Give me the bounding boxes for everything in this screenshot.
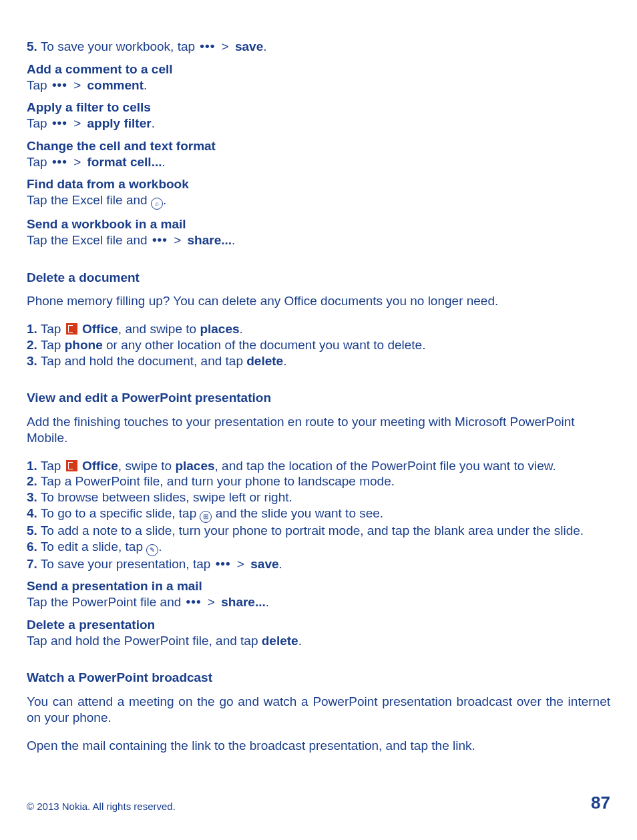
heading-delete-ppt: Delete a presentation [27,617,610,633]
step-ppt-6: 6. To edit a slide, tap ✎. [27,539,610,556]
office-icon [66,323,77,335]
text: or any other location of the document yo… [103,338,426,352]
text: . [232,233,235,247]
slides-icon: ⊞ [200,511,212,523]
separator: > [69,78,87,92]
section-delete-document: Delete a document [27,270,610,286]
menu-item: format cell... [87,155,162,169]
step-ppt-7: 7. To save your presentation, tap ••• > … [27,556,610,572]
step-delete-3: 3. Tap and hold the document, and tap de… [27,353,610,369]
section-watch-broadcast: Watch a PowerPoint broadcast [27,670,610,686]
menu-item: share... [188,233,232,247]
text: and the slide you want to see. [212,506,383,520]
text: Tap the PowerPoint file and [27,595,185,609]
text: . [240,322,243,336]
copyright-text: © 2013 Nokia. All rights reserved. [27,801,176,813]
more-dots-icon: ••• [151,232,169,248]
step-number: 6. [27,540,37,554]
text: To add a note to a slide, turn your phon… [37,523,584,538]
heading-apply-filter: Apply a filter to cells [27,99,610,116]
separator: > [69,155,87,169]
text: , and swipe to [118,322,200,336]
heading-find-data: Find data from a workbook [27,176,610,192]
more-dots-icon: ••• [51,115,69,131]
more-dots-icon: ••• [214,556,232,572]
more-dots-icon: ••• [198,38,216,54]
text: To save your workbook, tap [37,39,199,53]
menu-item: delete [246,354,283,368]
step-number: 7. [27,557,37,571]
step-delete-1: 1. Tap Office, and swipe to places. [27,321,610,337]
text: Tap [37,459,65,473]
menu-item: share... [221,595,266,609]
text: . [279,557,282,571]
text: . [158,540,162,554]
step-ppt-3: 3. To browse between slides, swipe left … [27,489,610,505]
separator: > [203,595,222,609]
text: To browse between slides, swipe left or … [37,490,292,504]
text: . [162,155,165,169]
separator: > [169,233,188,247]
menu-item: places [175,459,214,473]
menu-item: save [235,39,263,53]
text: . [283,354,286,368]
menu-item: save [250,557,278,571]
text: Tap and hold the document, and tap [37,354,246,368]
instruction-send-workbook: Tap the Excel file and ••• > share.... [27,232,610,248]
text: , swipe to [118,459,176,473]
text: Tap the Excel file and [27,233,151,247]
app-name: Office [82,322,118,336]
section-view-edit-ppt: View and edit a PowerPoint presentation [27,390,610,406]
office-icon [66,460,77,471]
text: Tap [27,116,51,130]
text: Tap [27,78,51,92]
menu-item: phone [65,338,103,352]
text: To go to a specific slide, tap [37,506,200,520]
heading-add-comment: Add a comment to a cell [27,61,610,77]
instruction-format-cell: Tap ••• > format cell.... [27,154,610,170]
step-save-workbook: 5. To save your workbook, tap ••• > save… [27,39,610,55]
text: . [263,39,266,53]
instruction-send-ppt: Tap the PowerPoint file and ••• > share.… [27,594,610,610]
intro-delete-document: Phone memory filling up? You can delete … [27,293,610,309]
text: Tap [37,338,65,352]
text: . [298,634,302,648]
broadcast-p2: Open the mail containing the link to the… [27,738,610,754]
page-content: 5. To save your workbook, tap ••• > save… [0,0,637,753]
step-ppt-4: 4. To go to a specific slide, tap ⊞ and … [27,505,610,523]
menu-item: comment [87,78,144,92]
step-number: 1. [27,322,37,336]
more-dots-icon: ••• [51,154,69,170]
text: Tap a PowerPoint file, and turn your pho… [37,474,395,488]
step-number: 2. [27,338,37,352]
intro-view-edit-ppt: Add the finishing touches to your presen… [27,414,610,446]
edit-icon: ✎ [146,544,158,556]
step-number: 3. [27,490,37,504]
step-number: 1. [27,459,37,473]
text: Tap [37,322,65,336]
heading-format-cell: Change the cell and text format [27,138,610,154]
instruction-add-comment: Tap ••• > comment. [27,77,610,93]
page-footer: © 2013 Nokia. All rights reserved. 87 [27,792,610,814]
menu-item: places [200,322,239,336]
text: . [266,595,269,609]
step-ppt-1: 1. Tap Office, swipe to places, and tap … [27,458,610,474]
instruction-apply-filter: Tap ••• > apply filter. [27,116,610,132]
step-ppt-2: 2. Tap a PowerPoint file, and turn your … [27,473,610,489]
more-dots-icon: ••• [185,594,203,610]
text: Tap [27,155,51,169]
step-delete-2: 2. Tap phone or any other location of th… [27,337,610,353]
text: To edit a slide, tap [37,540,146,554]
search-icon: ⌕ [151,198,163,210]
text: . [163,193,166,207]
step-number: 4. [27,506,37,520]
step-number: 5. [27,39,37,53]
step-number: 5. [27,523,37,538]
more-dots-icon: ••• [51,77,69,93]
text: . [152,116,155,130]
text: Tap and hold the PowerPoint file, and ta… [27,634,262,648]
separator: > [232,557,251,571]
menu-item: apply filter [87,116,152,130]
separator: > [216,39,235,53]
menu-item: delete [262,634,298,648]
